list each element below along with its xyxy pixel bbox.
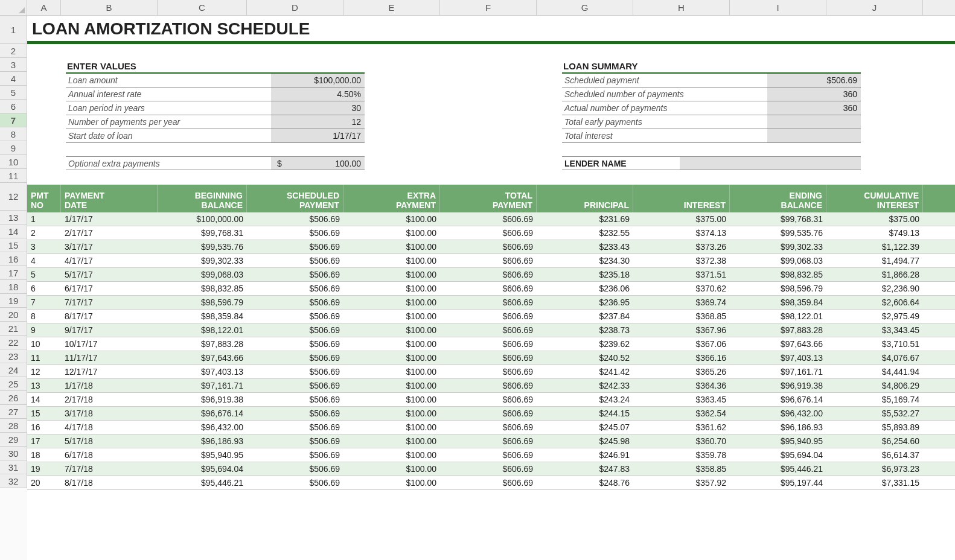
amort-cell-begin[interactable]: $96,676.14 <box>158 407 247 420</box>
amort-cell-princ[interactable]: $233.43 <box>537 240 633 253</box>
amort-cell-begin[interactable]: $95,694.04 <box>158 462 247 476</box>
amort-cell-sched[interactable]: $506.69 <box>247 365 343 378</box>
amort-cell-int[interactable]: $362.54 <box>633 407 730 420</box>
amort-row[interactable]: 1212/17/17$97,403.13$506.69$100.00$606.6… <box>27 365 955 379</box>
amort-cell-int[interactable]: $363.45 <box>633 393 730 406</box>
row-header-24[interactable]: 24 <box>0 363 27 377</box>
col-header-E[interactable]: E <box>343 0 440 15</box>
amort-cell-end[interactable]: $98,359.84 <box>730 296 826 309</box>
row-header-20[interactable]: 20 <box>0 308 27 322</box>
amort-cell-no[interactable]: 3 <box>27 240 61 253</box>
col-header-J[interactable]: J <box>826 0 923 15</box>
row-header-13[interactable]: 13 <box>0 211 27 224</box>
amort-cell-extra[interactable]: $100.00 <box>343 365 440 378</box>
amort-cell-cum[interactable]: $3,343.45 <box>826 323 923 337</box>
amort-cell-cum[interactable]: $4,806.29 <box>826 379 923 392</box>
amort-cell-cum[interactable]: $1,494.77 <box>826 254 923 267</box>
amort-cell-princ[interactable]: $239.62 <box>537 337 633 351</box>
amort-row[interactable]: 1111/17/17$97,643.66$506.69$100.00$606.6… <box>27 351 955 365</box>
row-header-1[interactable]: 1 <box>0 16 27 44</box>
amort-row[interactable]: 22/17/17$99,768.31$506.69$100.00$606.69$… <box>27 226 955 240</box>
row-header-12[interactable]: 12 <box>0 183 27 211</box>
amort-cell-end[interactable]: $99,535.76 <box>730 226 826 240</box>
row-header-16[interactable]: 16 <box>0 252 27 266</box>
amort-cell-cum[interactable]: $5,532.27 <box>826 407 923 420</box>
amort-cell-extra[interactable]: $100.00 <box>343 226 440 240</box>
amort-row[interactable]: 164/17/18$96,432.00$506.69$100.00$606.69… <box>27 421 955 434</box>
amort-cell-no[interactable]: 7 <box>27 296 61 309</box>
amort-cell-begin[interactable]: $97,883.28 <box>158 337 247 351</box>
amort-cell-princ[interactable]: $242.33 <box>537 379 633 392</box>
amort-cell-total[interactable]: $606.69 <box>440 476 537 489</box>
amort-cell-no[interactable]: 5 <box>27 268 61 281</box>
row-header-11[interactable]: 11 <box>0 169 27 183</box>
amort-cell-princ[interactable]: $247.83 <box>537 462 633 476</box>
amort-cell-extra[interactable]: $100.00 <box>343 476 440 489</box>
amort-row[interactable]: 197/17/18$95,694.04$506.69$100.00$606.69… <box>27 462 955 476</box>
amort-cell-no[interactable]: 14 <box>27 393 61 406</box>
amort-cell-begin[interactable]: $96,186.93 <box>158 434 247 448</box>
amort-row[interactable]: 153/17/18$96,676.14$506.69$100.00$606.69… <box>27 407 955 421</box>
amort-cell-int[interactable]: $368.85 <box>633 310 730 323</box>
col-header-A[interactable]: A <box>27 0 61 15</box>
amort-cell-cum[interactable]: $6,973.23 <box>826 462 923 476</box>
amort-row[interactable]: 88/17/17$98,359.84$506.69$100.00$606.69$… <box>27 310 955 323</box>
col-header-H[interactable]: H <box>633 0 730 15</box>
amort-cell-extra[interactable]: $100.00 <box>343 407 440 420</box>
row-header-28[interactable]: 28 <box>0 419 27 433</box>
amort-cell-sched[interactable]: $506.69 <box>247 407 343 420</box>
amort-cell-cum[interactable]: $6,254.60 <box>826 434 923 448</box>
amort-cell-total[interactable]: $606.69 <box>440 212 537 226</box>
amort-cell-total[interactable]: $606.69 <box>440 310 537 323</box>
row-header-7[interactable]: 7 <box>0 113 27 127</box>
amort-cell-end[interactable]: $98,122.01 <box>730 310 826 323</box>
amort-cell-princ[interactable]: $231.69 <box>537 212 633 226</box>
amort-cell-int[interactable]: $371.51 <box>633 268 730 281</box>
amort-cell-date[interactable]: 5/17/17 <box>61 268 158 281</box>
amort-cell-end[interactable]: $95,446.21 <box>730 462 826 476</box>
amort-cell-begin[interactable]: $97,403.13 <box>158 365 247 378</box>
amort-cell-extra[interactable]: $100.00 <box>343 462 440 476</box>
row-header-32[interactable]: 32 <box>0 474 27 488</box>
amort-cell-princ[interactable]: $235.18 <box>537 268 633 281</box>
amort-cell-no[interactable]: 18 <box>27 448 61 462</box>
enter-values-value[interactable]: 12 <box>271 115 365 129</box>
amort-cell-begin[interactable]: $99,535.76 <box>158 240 247 253</box>
amort-cell-princ[interactable]: $245.98 <box>537 434 633 448</box>
amort-cell-begin[interactable]: $99,302.33 <box>158 254 247 267</box>
row-header-29[interactable]: 29 <box>0 433 27 447</box>
amort-cell-princ[interactable]: $246.91 <box>537 448 633 462</box>
amort-cell-cum[interactable]: $5,169.74 <box>826 393 923 406</box>
row-header-22[interactable]: 22 <box>0 336 27 349</box>
amort-cell-cum[interactable]: $1,122.39 <box>826 240 923 253</box>
amort-cell-no[interactable]: 11 <box>27 351 61 364</box>
amort-cell-date[interactable]: 8/17/17 <box>61 310 158 323</box>
amort-cell-total[interactable]: $606.69 <box>440 240 537 253</box>
enter-values-value[interactable]: 1/17/17 <box>271 129 365 142</box>
amort-row[interactable]: 99/17/17$98,122.01$506.69$100.00$606.69$… <box>27 323 955 337</box>
amort-cell-sched[interactable]: $506.69 <box>247 212 343 226</box>
amort-cell-extra[interactable]: $100.00 <box>343 421 440 434</box>
amort-cell-end[interactable]: $95,197.44 <box>730 476 826 489</box>
amort-cell-end[interactable]: $98,596.79 <box>730 282 826 295</box>
amort-cell-begin[interactable]: $97,643.66 <box>158 351 247 364</box>
amort-cell-no[interactable]: 12 <box>27 365 61 378</box>
amort-cell-sched[interactable]: $506.69 <box>247 226 343 240</box>
amort-cell-sched[interactable]: $506.69 <box>247 310 343 323</box>
amort-cell-end[interactable]: $97,161.71 <box>730 365 826 378</box>
col-header-I[interactable]: I <box>730 0 826 15</box>
amort-cell-total[interactable]: $606.69 <box>440 407 537 420</box>
amort-cell-extra[interactable]: $100.00 <box>343 351 440 364</box>
row-header-5[interactable]: 5 <box>0 86 27 100</box>
row-header-14[interactable]: 14 <box>0 224 27 238</box>
row-header-6[interactable]: 6 <box>0 100 27 113</box>
amort-cell-date[interactable]: 7/17/18 <box>61 462 158 476</box>
amort-cell-sched[interactable]: $506.69 <box>247 379 343 392</box>
amort-cell-begin[interactable]: $99,768.31 <box>158 226 247 240</box>
amort-cell-end[interactable]: $97,883.28 <box>730 323 826 337</box>
amort-cell-total[interactable]: $606.69 <box>440 351 537 364</box>
amort-cell-princ[interactable]: $232.55 <box>537 226 633 240</box>
row-header-8[interactable]: 8 <box>0 127 27 141</box>
amort-cell-cum[interactable]: $1,866.28 <box>826 268 923 281</box>
amort-cell-total[interactable]: $606.69 <box>440 323 537 337</box>
